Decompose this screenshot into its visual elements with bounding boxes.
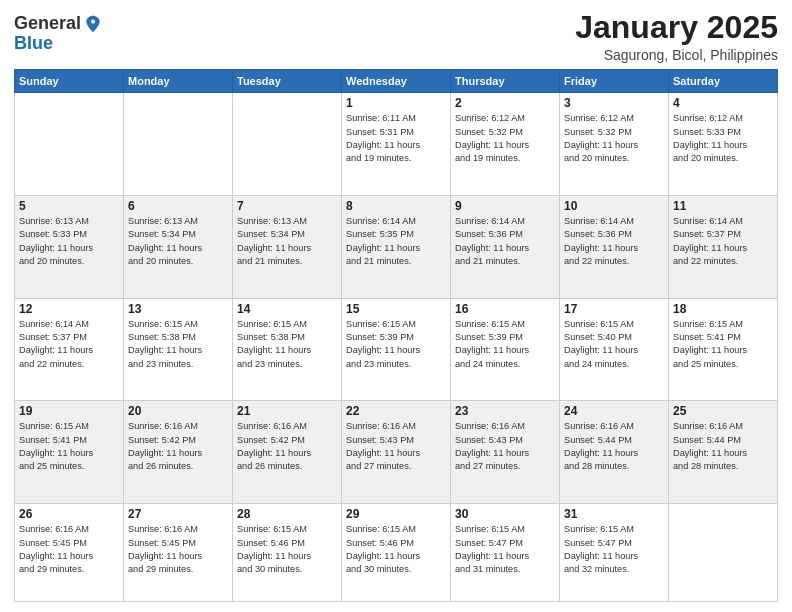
day-info: Sunrise: 6:15 AM Sunset: 5:46 PM Dayligh… [346, 523, 446, 576]
day-info: Sunrise: 6:12 AM Sunset: 5:32 PM Dayligh… [564, 112, 664, 165]
day-number: 2 [455, 96, 555, 110]
day-number: 14 [237, 302, 337, 316]
day-info: Sunrise: 6:15 AM Sunset: 5:47 PM Dayligh… [455, 523, 555, 576]
day-info: Sunrise: 6:14 AM Sunset: 5:37 PM Dayligh… [673, 215, 773, 268]
day-number: 5 [19, 199, 119, 213]
table-row: 9Sunrise: 6:14 AM Sunset: 5:36 PM Daylig… [451, 195, 560, 298]
table-row: 12Sunrise: 6:14 AM Sunset: 5:37 PM Dayli… [15, 298, 124, 401]
day-number: 12 [19, 302, 119, 316]
table-row [233, 93, 342, 196]
day-info: Sunrise: 6:13 AM Sunset: 5:34 PM Dayligh… [237, 215, 337, 268]
calendar-table: Sunday Monday Tuesday Wednesday Thursday… [14, 69, 778, 602]
day-number: 15 [346, 302, 446, 316]
title-block: January 2025 Sagurong, Bicol, Philippine… [575, 10, 778, 63]
day-number: 7 [237, 199, 337, 213]
table-row: 3Sunrise: 6:12 AM Sunset: 5:32 PM Daylig… [560, 93, 669, 196]
table-row: 22Sunrise: 6:16 AM Sunset: 5:43 PM Dayli… [342, 401, 451, 504]
table-row: 20Sunrise: 6:16 AM Sunset: 5:42 PM Dayli… [124, 401, 233, 504]
table-row: 14Sunrise: 6:15 AM Sunset: 5:38 PM Dayli… [233, 298, 342, 401]
table-row: 15Sunrise: 6:15 AM Sunset: 5:39 PM Dayli… [342, 298, 451, 401]
col-saturday: Saturday [669, 70, 778, 93]
day-info: Sunrise: 6:13 AM Sunset: 5:34 PM Dayligh… [128, 215, 228, 268]
table-row: 17Sunrise: 6:15 AM Sunset: 5:40 PM Dayli… [560, 298, 669, 401]
day-number: 17 [564, 302, 664, 316]
calendar-week-row: 19Sunrise: 6:15 AM Sunset: 5:41 PM Dayli… [15, 401, 778, 504]
table-row: 11Sunrise: 6:14 AM Sunset: 5:37 PM Dayli… [669, 195, 778, 298]
day-number: 24 [564, 404, 664, 418]
day-number: 27 [128, 507, 228, 521]
day-number: 11 [673, 199, 773, 213]
day-number: 22 [346, 404, 446, 418]
day-info: Sunrise: 6:14 AM Sunset: 5:36 PM Dayligh… [455, 215, 555, 268]
day-info: Sunrise: 6:14 AM Sunset: 5:36 PM Dayligh… [564, 215, 664, 268]
table-row: 29Sunrise: 6:15 AM Sunset: 5:46 PM Dayli… [342, 504, 451, 602]
day-number: 19 [19, 404, 119, 418]
day-number: 6 [128, 199, 228, 213]
day-info: Sunrise: 6:11 AM Sunset: 5:31 PM Dayligh… [346, 112, 446, 165]
page-container: General Blue January 2025 Sagurong, Bico… [0, 0, 792, 612]
table-row: 19Sunrise: 6:15 AM Sunset: 5:41 PM Dayli… [15, 401, 124, 504]
day-number: 3 [564, 96, 664, 110]
day-info: Sunrise: 6:12 AM Sunset: 5:32 PM Dayligh… [455, 112, 555, 165]
day-number: 13 [128, 302, 228, 316]
table-row: 10Sunrise: 6:14 AM Sunset: 5:36 PM Dayli… [560, 195, 669, 298]
table-row: 8Sunrise: 6:14 AM Sunset: 5:35 PM Daylig… [342, 195, 451, 298]
table-row: 27Sunrise: 6:16 AM Sunset: 5:45 PM Dayli… [124, 504, 233, 602]
location: Sagurong, Bicol, Philippines [575, 47, 778, 63]
logo-icon [83, 14, 103, 34]
table-row: 16Sunrise: 6:15 AM Sunset: 5:39 PM Dayli… [451, 298, 560, 401]
table-row: 2Sunrise: 6:12 AM Sunset: 5:32 PM Daylig… [451, 93, 560, 196]
day-info: Sunrise: 6:16 AM Sunset: 5:43 PM Dayligh… [455, 420, 555, 473]
calendar-header-row: Sunday Monday Tuesday Wednesday Thursday… [15, 70, 778, 93]
day-info: Sunrise: 6:16 AM Sunset: 5:43 PM Dayligh… [346, 420, 446, 473]
day-number: 10 [564, 199, 664, 213]
day-number: 4 [673, 96, 773, 110]
table-row: 23Sunrise: 6:16 AM Sunset: 5:43 PM Dayli… [451, 401, 560, 504]
day-number: 1 [346, 96, 446, 110]
calendar-week-row: 1Sunrise: 6:11 AM Sunset: 5:31 PM Daylig… [15, 93, 778, 196]
table-row: 5Sunrise: 6:13 AM Sunset: 5:33 PM Daylig… [15, 195, 124, 298]
day-info: Sunrise: 6:16 AM Sunset: 5:45 PM Dayligh… [128, 523, 228, 576]
col-thursday: Thursday [451, 70, 560, 93]
day-info: Sunrise: 6:15 AM Sunset: 5:41 PM Dayligh… [19, 420, 119, 473]
day-info: Sunrise: 6:15 AM Sunset: 5:47 PM Dayligh… [564, 523, 664, 576]
calendar-week-row: 5Sunrise: 6:13 AM Sunset: 5:33 PM Daylig… [15, 195, 778, 298]
logo-general-text: General [14, 14, 81, 34]
day-number: 23 [455, 404, 555, 418]
col-wednesday: Wednesday [342, 70, 451, 93]
day-info: Sunrise: 6:12 AM Sunset: 5:33 PM Dayligh… [673, 112, 773, 165]
day-number: 21 [237, 404, 337, 418]
day-number: 30 [455, 507, 555, 521]
logo-blue-text: Blue [14, 33, 53, 53]
day-number: 26 [19, 507, 119, 521]
day-info: Sunrise: 6:14 AM Sunset: 5:35 PM Dayligh… [346, 215, 446, 268]
logo: General Blue [14, 14, 103, 54]
day-number: 31 [564, 507, 664, 521]
col-sunday: Sunday [15, 70, 124, 93]
table-row: 18Sunrise: 6:15 AM Sunset: 5:41 PM Dayli… [669, 298, 778, 401]
day-info: Sunrise: 6:16 AM Sunset: 5:42 PM Dayligh… [237, 420, 337, 473]
day-number: 16 [455, 302, 555, 316]
day-number: 20 [128, 404, 228, 418]
col-monday: Monday [124, 70, 233, 93]
table-row: 25Sunrise: 6:16 AM Sunset: 5:44 PM Dayli… [669, 401, 778, 504]
day-number: 25 [673, 404, 773, 418]
day-info: Sunrise: 6:15 AM Sunset: 5:38 PM Dayligh… [237, 318, 337, 371]
table-row: 26Sunrise: 6:16 AM Sunset: 5:45 PM Dayli… [15, 504, 124, 602]
header: General Blue January 2025 Sagurong, Bico… [14, 10, 778, 63]
day-info: Sunrise: 6:13 AM Sunset: 5:33 PM Dayligh… [19, 215, 119, 268]
day-info: Sunrise: 6:15 AM Sunset: 5:39 PM Dayligh… [346, 318, 446, 371]
day-info: Sunrise: 6:16 AM Sunset: 5:44 PM Dayligh… [673, 420, 773, 473]
table-row: 6Sunrise: 6:13 AM Sunset: 5:34 PM Daylig… [124, 195, 233, 298]
day-number: 29 [346, 507, 446, 521]
table-row: 31Sunrise: 6:15 AM Sunset: 5:47 PM Dayli… [560, 504, 669, 602]
table-row: 28Sunrise: 6:15 AM Sunset: 5:46 PM Dayli… [233, 504, 342, 602]
day-number: 8 [346, 199, 446, 213]
day-info: Sunrise: 6:15 AM Sunset: 5:41 PM Dayligh… [673, 318, 773, 371]
table-row: 7Sunrise: 6:13 AM Sunset: 5:34 PM Daylig… [233, 195, 342, 298]
day-info: Sunrise: 6:15 AM Sunset: 5:46 PM Dayligh… [237, 523, 337, 576]
month-title: January 2025 [575, 10, 778, 45]
col-friday: Friday [560, 70, 669, 93]
table-row [124, 93, 233, 196]
day-number: 18 [673, 302, 773, 316]
